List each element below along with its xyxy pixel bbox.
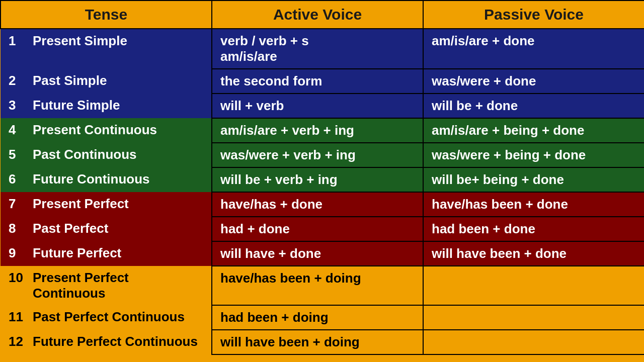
header-tense: Tense — [1, 1, 212, 29]
row-number: 8 — [9, 221, 27, 236]
tense-cell: 11Past Perfect Continuous — [1, 305, 211, 329]
active-voice-cell: will + verb — [212, 94, 423, 118]
active-voice-cell: had + done — [212, 217, 423, 241]
row-number: 4 — [9, 122, 27, 138]
passive-voice-cell: had been + done — [423, 217, 644, 241]
tense-name: Past Perfect Continuous — [33, 309, 185, 325]
row-number: 5 — [9, 147, 27, 162]
table-row: 6Future Continuouswill be + verb + ingwi… — [1, 167, 644, 192]
active-voice-cell: had been + doing — [212, 305, 423, 330]
row-number: 9 — [9, 245, 27, 261]
active-voice-cell: am/is/are + verb + ing — [212, 118, 423, 143]
grammar-table: Tense Active Voice Passive Voice 1Presen… — [0, 0, 644, 355]
tense-name: Past Simple — [33, 73, 107, 88]
tense-cell: 8Past Perfect — [1, 217, 211, 240]
active-voice-cell: verb / verb + sam/is/are — [212, 29, 423, 69]
tense-cell: 2Past Simple — [1, 69, 211, 93]
active-voice-cell: have/has been + doing — [212, 266, 423, 305]
passive-voice-cell: am/is/are + being + done — [423, 118, 644, 143]
active-voice-cell: was/were + verb + ing — [212, 143, 423, 167]
tense-cell: 10Present Perfect Continuous — [1, 266, 211, 305]
tense-cell: 4Present Continuous — [1, 118, 211, 142]
passive-voice-cell — [423, 330, 644, 354]
tense-cell: 1Present Simple — [1, 29, 211, 53]
header-row: Tense Active Voice Passive Voice — [1, 1, 644, 29]
tense-cell: 9Future Perfect — [1, 241, 211, 265]
row-number: 11 — [9, 309, 27, 325]
tense-cell: 12Future Perfect Continuous — [1, 330, 211, 353]
tense-name: Future Continuous — [33, 171, 150, 187]
passive-voice-cell — [423, 266, 644, 305]
table-row: 8Past Perfecthad + donehad been + done — [1, 217, 644, 241]
tense-cell: 6Future Continuous — [1, 167, 211, 191]
active-voice-cell: will be + verb + ing — [212, 167, 423, 192]
table-row: 11Past Perfect Continuoushad been + doin… — [1, 305, 644, 330]
table-row: 3Future Simplewill + verbwill be + done — [1, 94, 644, 118]
tense-name: Future Perfect — [33, 245, 121, 261]
row-number: 7 — [9, 196, 27, 212]
passive-voice-cell: will be + done — [423, 94, 644, 118]
tense-name: Present Perfect Continuous — [33, 270, 203, 301]
table-row: 9Future Perfectwill have + donewill have… — [1, 241, 644, 266]
row-number: 6 — [9, 171, 27, 187]
table-row: 7Present Perfecthave/has + donehave/has … — [1, 192, 644, 217]
passive-voice-cell: am/is/are + done — [423, 29, 644, 69]
table-row: 1Present Simpleverb / verb + sam/is/area… — [1, 29, 644, 69]
tense-name: Past Continuous — [33, 147, 137, 162]
row-number: 10 — [9, 270, 27, 286]
tense-name: Present Continuous — [33, 122, 157, 138]
tense-cell: 7Present Perfect — [1, 192, 211, 216]
row-number: 12 — [9, 334, 27, 349]
tense-name: Past Perfect — [33, 221, 108, 236]
table-row: 2Past Simplethe second formwas/were + do… — [1, 69, 644, 94]
active-voice-cell: have/has + done — [212, 192, 423, 217]
header-active: Active Voice — [212, 1, 423, 29]
row-number: 1 — [9, 33, 27, 49]
table-row: 12Future Perfect Continuouswill have bee… — [1, 330, 644, 354]
passive-voice-cell: will have been + done — [423, 241, 644, 266]
tense-name: Future Simple — [33, 98, 120, 113]
passive-voice-cell — [423, 305, 644, 330]
table-row: 4Present Continuousam/is/are + verb + in… — [1, 118, 644, 143]
tense-name: Present Perfect — [33, 196, 129, 212]
header-passive: Passive Voice — [423, 1, 644, 29]
passive-voice-cell: have/has been + done — [423, 192, 644, 217]
active-voice-cell: will have + done — [212, 241, 423, 266]
passive-voice-cell: was/were + done — [423, 69, 644, 94]
row-number: 2 — [9, 73, 27, 88]
table-row: 10Present Perfect Continuoushave/has bee… — [1, 266, 644, 305]
tense-cell: 3Future Simple — [1, 94, 211, 117]
table-row: 5Past Continuouswas/were + verb + ingwas… — [1, 143, 644, 167]
passive-voice-cell: was/were + being + done — [423, 143, 644, 167]
active-voice-cell: will have been + doing — [212, 330, 423, 354]
passive-voice-cell: will be+ being + done — [423, 167, 644, 192]
row-number: 3 — [9, 98, 27, 113]
tense-cell: 5Past Continuous — [1, 143, 211, 166]
active-voice-cell: the second form — [212, 69, 423, 94]
tense-name: Present Simple — [33, 33, 127, 49]
tense-name: Future Perfect Continuous — [33, 334, 198, 349]
